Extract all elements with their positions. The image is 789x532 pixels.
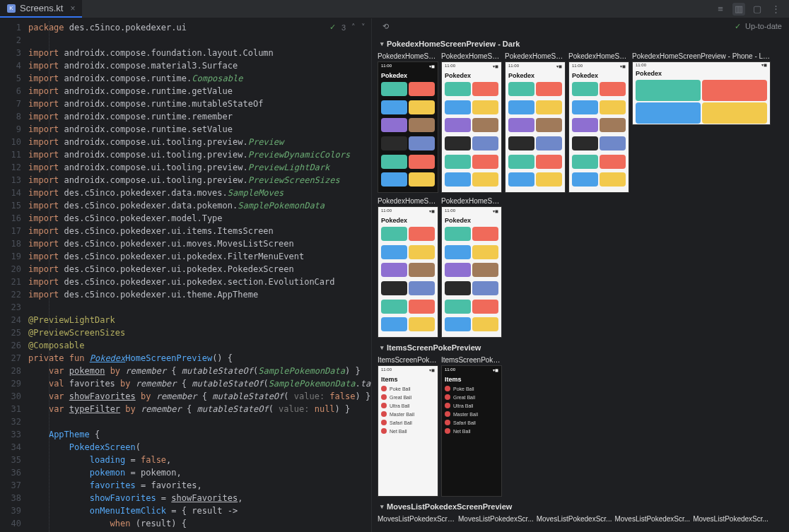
layout-split-icon[interactable]: ▥ <box>732 3 745 16</box>
preview-thumbnail[interactable]: 11:00▾◼Pokedex <box>441 206 502 338</box>
tab-filename: Screens.kt <box>20 3 63 13</box>
preview-thumbnail[interactable]: 11:00▾◼Pokedex <box>441 61 502 193</box>
preview-label: MovesListPokedexScr... <box>458 515 534 523</box>
preview-label: ItemsScreenPokePrevi... <box>378 356 438 364</box>
file-tab[interactable]: K Screens.kt × <box>0 0 82 18</box>
preview-thumbnail[interactable]: 11:00▾◼Pokedex <box>378 61 438 193</box>
preview-group-header[interactable]: ▾MovesListPokedexScreenPreview <box>380 502 783 511</box>
preview-group-header[interactable]: ▾ItemsScreenPokePreview <box>380 343 783 352</box>
preview-label: PokedexHomeScreenPreview - Phone - Lands… <box>632 52 771 60</box>
preview-thumbnail[interactable]: 11:00▾◼Pokedex <box>568 61 629 193</box>
kotlin-file-icon: K <box>7 4 16 13</box>
preview-label: PokedexHomeScreenP... <box>378 52 438 60</box>
preview-toolbar: ⟲ ✓ Up-to-date <box>372 18 789 34</box>
preview-label: PokedexHomeScreenP... <box>441 52 502 60</box>
code-area[interactable]: package des.c5inco.pokedexer.ui import a… <box>28 18 371 532</box>
preview-label: PokedexHomeScreenP... <box>441 197 502 205</box>
preview-label: MovesListPokedexScr... <box>537 515 612 523</box>
layout-design-icon[interactable]: ▢ <box>751 3 764 16</box>
preview-label: PokedexHomeScreenP... <box>378 197 438 205</box>
status-check-icon: ✓ <box>735 22 741 31</box>
preview-status: ✓ Up-to-date <box>735 22 782 31</box>
preview-group-header[interactable]: ▾PokedexHomeScreenPreview - Dark <box>380 40 783 48</box>
close-icon[interactable]: × <box>70 4 75 13</box>
main-split: ✓ 3 ˄ ˅ 12345678910111213141516171819202… <box>0 18 789 532</box>
chevron-up-icon[interactable]: ˄ <box>351 23 356 32</box>
preview-label: ItemsScreenPokePrevi... <box>441 356 502 364</box>
preview-thumbnail[interactable]: 11:00▾◼ItemsPoke BallGreat BallUltra Bal… <box>441 365 502 497</box>
chevron-down-icon[interactable]: ˅ <box>361 23 366 32</box>
preview-label: MovesListPokedexScr... <box>693 515 768 523</box>
refresh-icon[interactable]: ⟲ <box>379 20 392 32</box>
more-icon[interactable]: ⋮ <box>769 3 782 16</box>
gutter: 1234567891011121314151617181920212223242… <box>0 18 28 532</box>
preview-thumbnail[interactable]: 11:00▾◼Pokedex <box>632 61 771 125</box>
editor-panel: ✓ 3 ˄ ˅ 12345678910111213141516171819202… <box>0 18 371 532</box>
editor-toolbar-right: ≡ ▥ ▢ ⋮ <box>714 3 789 16</box>
preview-label: MovesListPokedexScreenPreview <box>378 515 455 523</box>
preview-label: MovesListPokedexScr... <box>614 515 690 523</box>
check-icon: ✓ <box>329 23 336 32</box>
problem-count: 3 <box>341 23 346 32</box>
inspection-strip[interactable]: ✓ 3 ˄ ˅ <box>329 23 366 32</box>
preview-thumbnail[interactable]: 11:00▾◼ItemsPoke BallGreat BallUltra Bal… <box>378 365 438 497</box>
preview-panel: ⟲ ✓ Up-to-date ▾PokedexHomeScreenPreview… <box>371 18 789 532</box>
tab-bar: K Screens.kt × ≡ ▥ ▢ ⋮ <box>0 0 789 18</box>
layout-code-icon[interactable]: ≡ <box>714 3 727 16</box>
preview-label: PokedexHomeScreenP... <box>505 52 566 60</box>
preview-label: PokedexHomeScreenP... <box>568 52 629 60</box>
preview-scroll[interactable]: ▾PokedexHomeScreenPreview - DarkPokedexH… <box>372 34 789 532</box>
status-text: Up-to-date <box>745 22 782 30</box>
preview-thumbnail[interactable]: 11:00▾◼Pokedex <box>378 206 438 338</box>
preview-thumbnail[interactable]: 11:00▾◼Pokedex <box>505 61 566 193</box>
